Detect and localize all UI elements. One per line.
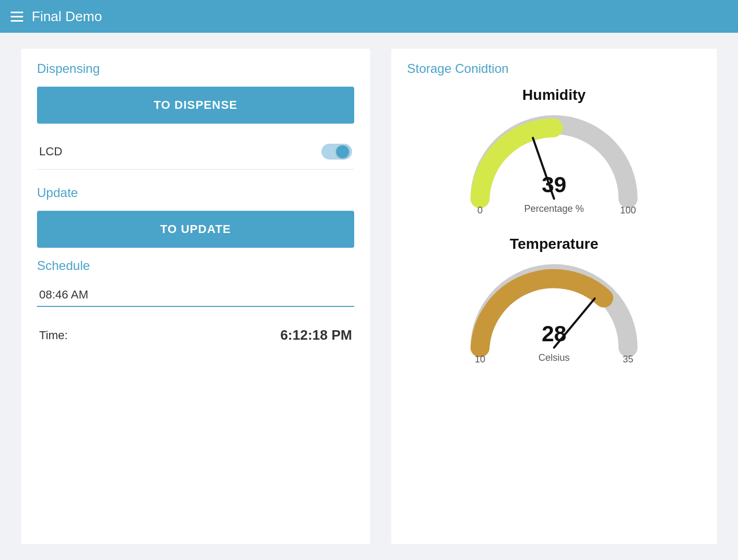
dispensing-title: Dispensing: [37, 61, 354, 76]
current-time-value: 6:12:18 PM: [280, 327, 352, 343]
temperature-value: 28: [542, 321, 567, 346]
humidity-max: 100: [620, 205, 636, 214]
storage-title: Storage Conidtion: [407, 61, 701, 76]
humidity-unit: Percentage %: [524, 203, 584, 214]
time-label: Time:: [39, 329, 68, 342]
update-section: Update TO UPDATE: [37, 185, 354, 248]
schedule-title: Schedule: [37, 258, 354, 273]
schedule-section: Schedule Time: 6:12:18 PM: [37, 258, 354, 348]
humidity-min: 0: [477, 205, 483, 214]
app-title: Final Demo: [32, 8, 102, 25]
hamburger-icon[interactable]: [11, 12, 23, 22]
temperature-max: 35: [623, 354, 633, 363]
temperature-min: 10: [475, 354, 485, 363]
temperature-unit: Celsius: [538, 352, 569, 363]
humidity-value: 39: [542, 172, 567, 197]
humidity-title: Humidity: [522, 87, 586, 104]
dispensing-section: Dispensing TO DISPENSE LCD: [37, 61, 354, 170]
humidity-gauge: 39 0 Percentage % 100: [464, 109, 644, 214]
dispense-button[interactable]: TO DISPENSE: [37, 87, 354, 124]
right-panel: Storage Conidtion Humidity 39 0 Per: [391, 49, 717, 544]
temperature-gauge: 28 10 Celsius 35: [464, 258, 644, 363]
lcd-label: LCD: [39, 145, 62, 158]
humidity-gauge-container: Humidity 39 0 Percentage % 100: [407, 87, 701, 214]
scheduled-time-wrapper: [37, 284, 354, 307]
main-content: Dispensing TO DISPENSE LCD Update TO UPD…: [0, 33, 738, 560]
update-button[interactable]: TO UPDATE: [37, 211, 354, 248]
toggle-thumb: [336, 145, 349, 158]
lcd-toggle[interactable]: [321, 144, 352, 160]
update-title: Update: [37, 185, 354, 200]
scheduled-time-input[interactable]: [37, 284, 354, 307]
current-time-row: Time: 6:12:18 PM: [37, 323, 354, 348]
toggle-track: [321, 144, 352, 160]
left-panel: Dispensing TO DISPENSE LCD Update TO UPD…: [21, 49, 370, 544]
app-header: Final Demo: [0, 0, 738, 33]
temperature-title: Temperature: [510, 236, 598, 253]
lcd-row: LCD: [37, 134, 354, 170]
temperature-gauge-container: Temperature 28 10 Celsius 35: [407, 236, 701, 363]
